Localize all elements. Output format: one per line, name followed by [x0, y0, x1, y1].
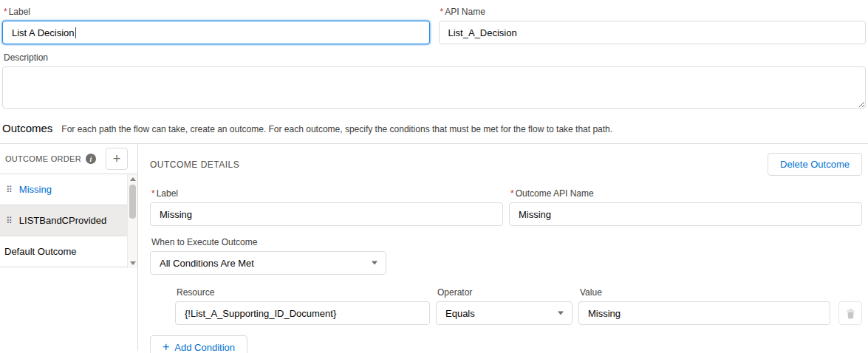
outcome-order-header: OUTCOME ORDER i +	[0, 144, 137, 174]
condition-value-input[interactable]	[578, 301, 830, 325]
api-name-input[interactable]	[439, 21, 867, 44]
condition-resource-input[interactable]	[175, 301, 430, 325]
condition-value-field-group: Value	[578, 287, 830, 325]
label-input[interactable]: List A Decision	[2, 21, 430, 44]
condition-value-label: Value	[580, 287, 830, 298]
outcome-order-item-default[interactable]: Default Outcome	[0, 236, 127, 267]
when-to-execute-field-group: When to Execute Outcome All Conditions A…	[150, 236, 386, 275]
outcome-api-name-field-label: * Outcome API Name	[510, 188, 862, 199]
outcomes-title: Outcomes	[2, 122, 52, 134]
outcome-api-name-field-group: * Outcome API Name	[509, 188, 862, 226]
description-field-group: Description	[2, 52, 866, 109]
decision-editor: * Label List A Decision * API Name Descr…	[0, 0, 868, 353]
required-indicator: *	[440, 6, 444, 18]
outcomes-heading: Outcomes For each path the flow can take…	[2, 122, 868, 143]
drag-handle-icon[interactable]: ⠿	[6, 216, 13, 226]
trash-icon	[845, 307, 856, 319]
required-indicator: *	[4, 6, 7, 18]
label-field-label: * Label	[4, 6, 430, 18]
text-cursor	[75, 27, 76, 38]
outcome-api-name-input[interactable]	[509, 202, 862, 226]
outcome-details-title: OUTCOME DETAILS	[150, 160, 239, 170]
condition-operator-combobox[interactable]: Equals	[436, 301, 573, 325]
add-condition-button[interactable]: + Add Condition	[150, 335, 247, 353]
outcome-order-title: OUTCOME ORDER	[5, 154, 81, 163]
outcome-order-item-missing[interactable]: ⠿ Missing	[0, 174, 127, 205]
condition-resource-field-group: Resource	[175, 287, 430, 325]
outcome-details-header: OUTCOME DETAILS Delete Outcome	[150, 153, 862, 176]
condition-row: Resource Operator Equals	[175, 287, 862, 325]
label-field-group: * Label List A Decision	[2, 6, 430, 44]
plus-icon: +	[163, 341, 169, 353]
outcome-details-panel: OUTCOME DETAILS Delete Outcome * Label *…	[138, 144, 868, 351]
scroll-down-arrow[interactable]	[128, 258, 137, 268]
outcome-label-field-group: * Label	[150, 188, 503, 226]
info-icon[interactable]: i	[86, 154, 96, 164]
add-outcome-button[interactable]: +	[106, 148, 128, 170]
condition-operator-field-group: Operator Equals	[436, 287, 573, 325]
outcome-order-item-listbandcprovided[interactable]: ⠿ LISTBandCProvided	[0, 205, 127, 236]
condition-operator-label: Operator	[437, 287, 573, 298]
scrollbar[interactable]	[127, 174, 137, 268]
outcome-label-input[interactable]	[150, 202, 503, 226]
outcomes-body: OUTCOME ORDER i + ⠿ Missing ⠿ LISTBandCP…	[0, 143, 868, 351]
when-to-execute-label: When to Execute Outcome	[151, 236, 386, 248]
triangle-up-icon	[130, 177, 136, 181]
drag-handle-icon[interactable]: ⠿	[6, 185, 13, 195]
outcome-order-list: ⠿ Missing ⠿ LISTBandCProvided Default Ou…	[0, 174, 137, 267]
chevron-down-icon	[558, 312, 564, 315]
outcome-order-panel: OUTCOME ORDER i + ⠿ Missing ⠿ LISTBandCP…	[0, 144, 138, 351]
condition-resource-label: Resource	[177, 287, 430, 298]
required-indicator: *	[151, 188, 155, 199]
when-to-execute-combobox[interactable]: All Conditions Are Met	[150, 251, 386, 275]
api-name-field-label: * API Name	[440, 6, 867, 18]
scrollbar-thumb[interactable]	[129, 185, 136, 219]
description-textarea[interactable]	[2, 66, 866, 109]
triangle-down-icon	[130, 261, 136, 265]
delete-condition-button[interactable]	[838, 301, 862, 325]
description-field-label: Description	[4, 52, 866, 64]
required-indicator: *	[510, 188, 514, 199]
chevron-down-icon	[372, 261, 377, 265]
scroll-up-arrow[interactable]	[128, 174, 137, 184]
delete-outcome-button[interactable]: Delete Outcome	[768, 153, 862, 176]
api-name-field-group: * API Name	[439, 6, 867, 44]
outcome-label-field-label: * Label	[151, 188, 503, 199]
top-fields-section: * Label List A Decision * API Name Descr…	[0, 0, 868, 109]
outcomes-description: For each path the flow can take, create …	[61, 124, 612, 134]
